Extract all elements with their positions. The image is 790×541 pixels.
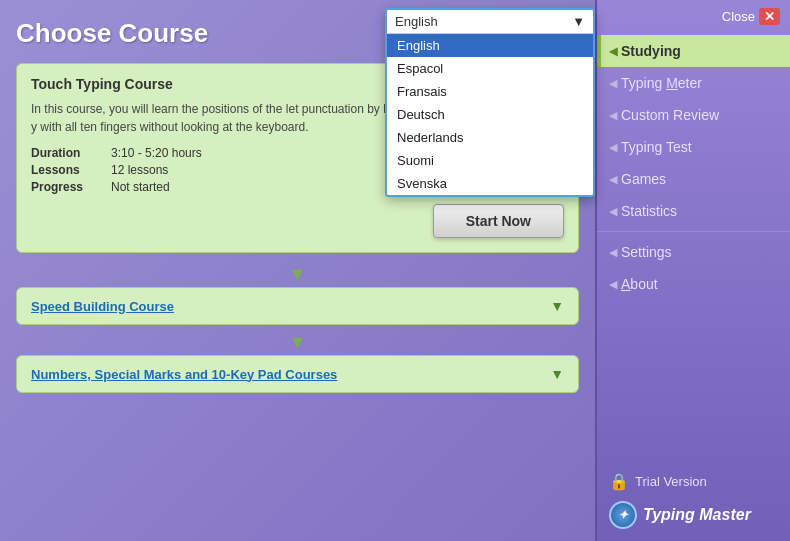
arrow-divider-1: ▼ bbox=[16, 265, 579, 283]
nav-arrow-games: ◀ bbox=[609, 173, 617, 186]
lessons-value: 12 lessons bbox=[111, 163, 168, 177]
lang-option-english[interactable]: English bbox=[387, 34, 593, 57]
sidebar-bottom: 🔒 Trial Version ✦ Typing Master bbox=[597, 462, 790, 541]
language-select-box[interactable]: English ▼ English Espacol Fransais Deuts… bbox=[385, 8, 595, 197]
language-select-top[interactable]: English ▼ bbox=[387, 10, 593, 34]
arrow-divider-2: ▼ bbox=[16, 333, 579, 351]
trial-badge: 🔒 Trial Version bbox=[609, 472, 778, 491]
language-options-list: English Espacol Fransais Deutsch Nederla… bbox=[387, 34, 593, 195]
nav-divider bbox=[597, 231, 790, 232]
sidebar-item-typing-test[interactable]: ◀ Typing Test bbox=[597, 131, 790, 163]
close-bar: Close ✕ bbox=[597, 0, 790, 31]
lang-option-espacol[interactable]: Espacol bbox=[387, 57, 593, 80]
nav-arrow-custom-review: ◀ bbox=[609, 109, 617, 122]
nav-label-studying: Studying bbox=[621, 43, 681, 59]
nav-label-typing-meter: Typing Meter bbox=[621, 75, 702, 91]
nav-arrow-typing-test: ◀ bbox=[609, 141, 617, 154]
progress-value: Not started bbox=[111, 180, 170, 194]
lang-option-nederlands[interactable]: Nederlands bbox=[387, 126, 593, 149]
lang-option-fransais[interactable]: Fransais bbox=[387, 80, 593, 103]
nav-label-statistics: Statistics bbox=[621, 203, 677, 219]
lock-icon: 🔒 bbox=[609, 472, 629, 491]
main-container: English ▼ English Espacol Fransais Deuts… bbox=[0, 0, 790, 541]
close-x-icon: ✕ bbox=[759, 8, 780, 25]
sidebar-item-statistics[interactable]: ◀ Statistics bbox=[597, 195, 790, 227]
close-label: Close bbox=[722, 9, 755, 24]
nav-label-typing-test: Typing Test bbox=[621, 139, 692, 155]
speed-building-course-link[interactable]: Speed Building Course bbox=[31, 299, 174, 314]
start-now-button[interactable]: Start Now bbox=[433, 204, 564, 238]
language-dropdown-container[interactable]: English ▼ English Espacol Fransais Deuts… bbox=[385, 8, 595, 197]
duration-label: Duration bbox=[31, 146, 111, 160]
sidebar-item-games[interactable]: ◀ Games bbox=[597, 163, 790, 195]
progress-label: Progress bbox=[31, 180, 111, 194]
nav-arrow-studying: ◀ bbox=[609, 45, 617, 58]
nav-arrow-about: ◀ bbox=[609, 278, 617, 291]
start-btn-row: Start Now bbox=[31, 204, 564, 238]
nav-label-games: Games bbox=[621, 171, 666, 187]
brand-icon: ✦ bbox=[609, 501, 637, 529]
sidebar-item-studying[interactable]: ◀ Studying bbox=[597, 35, 790, 67]
collapsed-arrow-speed: ▼ bbox=[550, 298, 564, 314]
nav-arrow-typing-meter: ◀ bbox=[609, 77, 617, 90]
nav-label-settings: Settings bbox=[621, 244, 672, 260]
nav-label-about: About bbox=[621, 276, 658, 292]
nav-arrow-statistics: ◀ bbox=[609, 205, 617, 218]
nav-label-custom-review: Custom Review bbox=[621, 107, 719, 123]
dropdown-arrow-icon: ▼ bbox=[572, 14, 585, 29]
lang-option-svenska[interactable]: Svenska bbox=[387, 172, 593, 195]
sidebar: Close ✕ ◀ Studying ◀ Typing Meter ◀ Cust… bbox=[595, 0, 790, 541]
nav-arrow-settings: ◀ bbox=[609, 246, 617, 259]
typing-master-brand: ✦ Typing Master bbox=[609, 501, 778, 529]
nav-section: ◀ Studying ◀ Typing Meter ◀ Custom Revie… bbox=[597, 31, 790, 462]
sidebar-item-about[interactable]: ◀ About bbox=[597, 268, 790, 300]
language-selected-value: English bbox=[395, 14, 438, 29]
sidebar-item-typing-meter[interactable]: ◀ Typing Meter bbox=[597, 67, 790, 99]
lang-option-suomi[interactable]: Suomi bbox=[387, 149, 593, 172]
lang-option-deutsch[interactable]: Deutsch bbox=[387, 103, 593, 126]
collapsed-arrow-numbers: ▼ bbox=[550, 366, 564, 382]
trial-label: Trial Version bbox=[635, 474, 707, 489]
speed-building-course-card[interactable]: Speed Building Course ▼ bbox=[16, 287, 579, 325]
duration-value: 3:10 - 5:20 hours bbox=[111, 146, 202, 160]
sidebar-item-settings[interactable]: ◀ Settings bbox=[597, 236, 790, 268]
close-button[interactable]: Close ✕ bbox=[722, 8, 780, 25]
lessons-label: Lessons bbox=[31, 163, 111, 177]
brand-label: Typing Master bbox=[643, 506, 751, 524]
numbers-course-card[interactable]: Numbers, Special Marks and 10-Key Pad Co… bbox=[16, 355, 579, 393]
sidebar-item-custom-review[interactable]: ◀ Custom Review bbox=[597, 99, 790, 131]
numbers-course-link[interactable]: Numbers, Special Marks and 10-Key Pad Co… bbox=[31, 367, 337, 382]
